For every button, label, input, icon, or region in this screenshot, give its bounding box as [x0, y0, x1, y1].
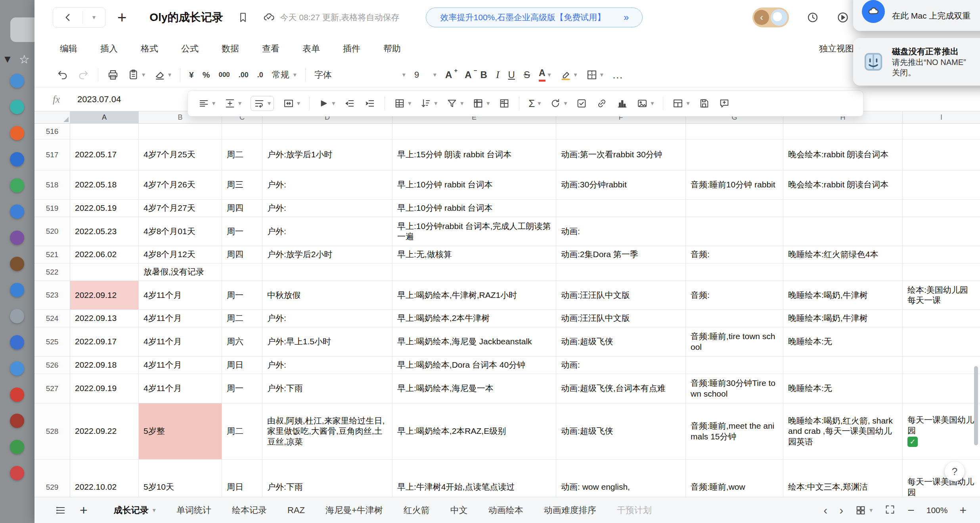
cell-E520[interactable]: 早上:10分钟rabbit 台词本,完成人工朗读第一遍: [392, 217, 556, 246]
sheet-tab-干预计划[interactable]: 干预计划: [607, 504, 662, 516]
cell-D524[interactable]: 户外:: [262, 310, 392, 327]
cell-A517[interactable]: 2022.05.17: [70, 139, 139, 170]
merge-cells-button[interactable]: ▾: [283, 98, 300, 109]
cell-G517[interactable]: [686, 139, 783, 170]
increase-decimal-button[interactable]: .00: [239, 71, 249, 79]
layout-split-button[interactable]: ▾: [672, 98, 689, 109]
cell-B526[interactable]: 4岁11个月: [139, 357, 222, 374]
dock-app-icon[interactable]: [10, 283, 24, 297]
increase-font-button[interactable]: A+: [445, 69, 452, 80]
cell-F528[interactable]: 动画:超级飞侠: [556, 403, 686, 460]
cell-I525[interactable]: [903, 327, 980, 357]
cell-E519[interactable]: 早上:10分钟 rabbit 台词本: [392, 200, 556, 217]
sheet-tab-中文[interactable]: 中文: [440, 504, 478, 516]
cell-A529[interactable]: 2022.10.02: [70, 460, 139, 497]
cell-G526[interactable]: [686, 357, 783, 374]
cell-C521[interactable]: 周四: [222, 246, 262, 263]
indent-decrease-button[interactable]: [344, 98, 355, 109]
version-history-button[interactable]: [806, 11, 819, 24]
thousands-format-button[interactable]: 000: [218, 71, 230, 79]
cell-E529[interactable]: 早上:牛津树4开始,点读笔点读过: [392, 460, 556, 497]
notification-card[interactable]: 磁盘没有正常推出 请先推出“NO NAME” 关闭。: [853, 38, 980, 86]
cell-C519[interactable]: 周四: [222, 200, 262, 217]
cell-A521[interactable]: 2022.06.02: [70, 246, 139, 263]
cell-F517[interactable]: 动画:第一次看rabbit 30分钟: [556, 139, 686, 170]
cell-E527[interactable]: 早上:喝奶绘本,海尼曼一本: [392, 374, 556, 403]
cell-F523[interactable]: 动画:汪汪队中文版: [556, 281, 686, 310]
sheet-list-button[interactable]: [55, 505, 66, 516]
cell-G520[interactable]: [686, 217, 783, 246]
cell-E522[interactable]: [392, 263, 556, 281]
zoom-in-button[interactable]: +: [959, 504, 967, 516]
cell-I519[interactable]: [903, 200, 980, 217]
number-format-dropdown[interactable]: 常规 ▾: [272, 69, 297, 81]
dock-app-icon[interactable]: [10, 440, 24, 454]
cell-G528[interactable]: 音频:睡前,meet the animals 15分钟: [686, 403, 783, 460]
sheet-tab-红火箭[interactable]: 红火箭: [393, 504, 440, 516]
indent-increase-button[interactable]: [364, 98, 375, 109]
checkbox-button[interactable]: [576, 98, 587, 109]
menu-item-插入[interactable]: 插入: [100, 43, 118, 55]
sheet-tab-RAZ[interactable]: RAZ: [277, 505, 315, 515]
cell-C516[interactable]: [222, 124, 262, 139]
cell-E523[interactable]: 早上:喝奶绘本,牛津树,RAZ1小时: [392, 281, 556, 310]
cell-H526[interactable]: [783, 357, 903, 374]
sheet-tab-绘本记录[interactable]: 绘本记录: [222, 504, 277, 516]
menu-item-编辑[interactable]: 编辑: [60, 43, 77, 55]
cell-H528[interactable]: 晚睡绘本:喝奶,红火箭, shark and crab ,每天一课美国幼儿园英语: [783, 403, 903, 460]
cell-A525[interactable]: 2022.09.17: [70, 327, 139, 357]
add-sheet-button[interactable]: +: [80, 502, 88, 518]
help-button[interactable]: ?: [945, 462, 965, 481]
cell-C517[interactable]: 周二: [222, 139, 262, 170]
cell-B525[interactable]: 4岁11个月: [139, 327, 222, 357]
cell-F526[interactable]: 动画:: [556, 357, 686, 374]
borders-button[interactable]: ▾: [586, 69, 603, 81]
italic-button[interactable]: I: [496, 69, 500, 81]
column-header-I[interactable]: I: [903, 111, 980, 124]
currency-format-button[interactable]: ¥: [189, 70, 194, 80]
vertical-align-button[interactable]: ▾: [224, 98, 241, 109]
dock-app-icon[interactable]: [10, 152, 24, 166]
insert-link-button[interactable]: [596, 98, 607, 109]
cell-I518[interactable]: [903, 170, 980, 200]
bookmark-button[interactable]: [237, 12, 249, 23]
menu-item-帮助[interactable]: 帮助: [383, 43, 401, 55]
row-header-518[interactable]: 518: [34, 170, 70, 200]
save-button[interactable]: [699, 98, 710, 109]
dock-app-icon[interactable]: [10, 178, 24, 193]
freeze-panes-button[interactable]: ▾: [473, 98, 490, 109]
cell-F518[interactable]: 动画:30分钟rabbit: [556, 170, 686, 200]
collapse-avatar-pill[interactable]: ‹: [752, 8, 789, 27]
cell-H527[interactable]: 晚睡绘本:无: [783, 374, 903, 403]
cell-I526[interactable]: [903, 357, 980, 374]
decrease-decimal-button[interactable]: .0: [257, 71, 263, 79]
favorite-star-icon[interactable]: ☆: [19, 52, 30, 66]
decrease-font-button[interactable]: A−: [465, 69, 471, 80]
promo-banner[interactable]: 效率提升100%,石墨企业高级版【免费试用】 »: [426, 8, 643, 27]
cell-G521[interactable]: 音频:: [686, 246, 783, 263]
dock-app-icon[interactable]: [10, 414, 24, 428]
cell-F521[interactable]: 动画:2集Dora 第一季: [556, 246, 686, 263]
cell-H516[interactable]: [783, 124, 903, 139]
cell-H518[interactable]: 晚会绘本:rabbit 朗读台词本: [783, 170, 903, 200]
cell-C523[interactable]: 周一: [222, 281, 262, 310]
cell-I523[interactable]: 绘本:美国幼儿园每天一课: [903, 281, 980, 310]
cell-D519[interactable]: 户外:: [262, 200, 392, 217]
recalculate-button[interactable]: ▾: [550, 98, 567, 109]
dock-app-icon[interactable]: [10, 231, 24, 245]
cell-I524[interactable]: [903, 310, 980, 327]
cell-H524[interactable]: 晚睡绘本:喝奶,牛津树: [783, 310, 903, 327]
row-header-519[interactable]: 519: [34, 200, 70, 217]
cell-I527[interactable]: [903, 374, 980, 403]
dock-app-icon[interactable]: [10, 361, 24, 376]
cell-A516[interactable]: [70, 124, 139, 139]
cell-D521[interactable]: 户外:放学后2小时: [262, 246, 392, 263]
cell-E521[interactable]: 早上:无,做核算: [392, 246, 556, 263]
conditional-format-button[interactable]: [499, 98, 510, 109]
cell-F525[interactable]: 动画:超级飞侠: [556, 327, 686, 357]
dock-app-icon[interactable]: [10, 100, 24, 114]
text-align-button[interactable]: ▾: [198, 98, 215, 109]
cell-I521[interactable]: [903, 246, 980, 263]
cell-D527[interactable]: 户外:下雨: [262, 374, 392, 403]
dock-app-icon[interactable]: [10, 126, 24, 140]
